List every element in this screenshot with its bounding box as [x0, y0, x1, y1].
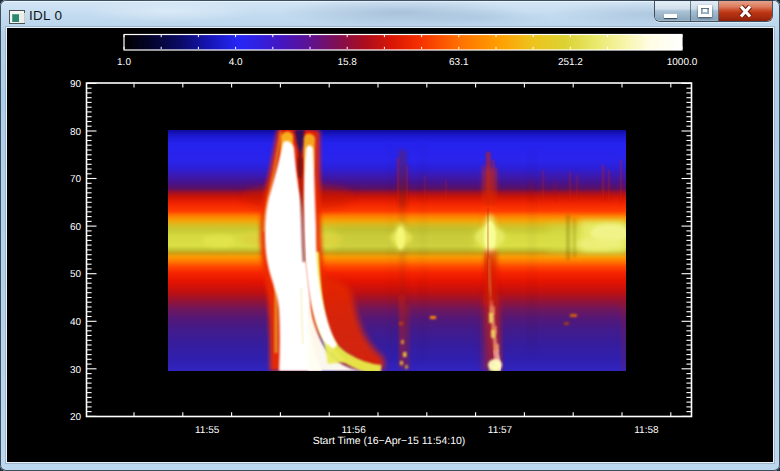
- svg-text:30: 30: [70, 365, 82, 376]
- svg-text:1.0: 1.0: [117, 57, 131, 68]
- svg-text:80: 80: [70, 127, 82, 138]
- svg-text:90: 90: [70, 79, 82, 90]
- svg-text:40: 40: [70, 317, 82, 328]
- svg-text:1000.0: 1000.0: [667, 57, 698, 68]
- svg-text:Start Time (16−Apr−15 11:54:10: Start Time (16−Apr−15 11:54:10): [313, 435, 466, 447]
- svg-text:4.0: 4.0: [229, 57, 243, 68]
- svg-text:11:55: 11:55: [195, 425, 220, 436]
- svg-text:11:57: 11:57: [488, 425, 513, 436]
- svg-text:20: 20: [70, 412, 82, 423]
- svg-text:15.8: 15.8: [337, 57, 357, 68]
- svg-text:63.1: 63.1: [449, 57, 469, 68]
- svg-text:50: 50: [70, 269, 82, 280]
- svg-text:60: 60: [70, 222, 82, 233]
- svg-text:70: 70: [70, 174, 82, 185]
- svg-text:11:58: 11:58: [634, 425, 659, 436]
- svg-text:251.2: 251.2: [558, 57, 583, 68]
